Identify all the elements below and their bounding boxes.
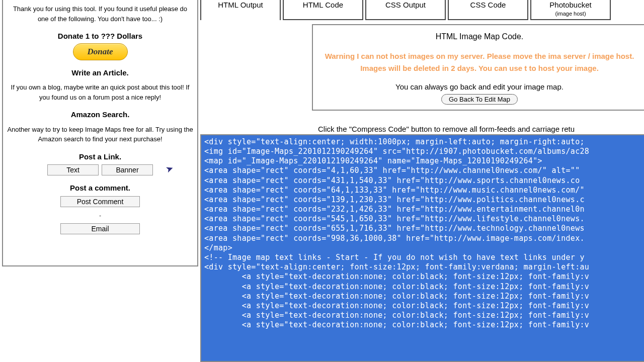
content-box: HTML Image Map Code. Warning I can not h…: [312, 24, 644, 111]
content-title: HTML Image Map Code.: [320, 32, 639, 41]
intro-text: Thank you for using this tool. If you fo…: [7, 4, 193, 24]
amazon-heading: Amazon Search.: [7, 109, 193, 121]
tab-label: Photobucket: [549, 1, 591, 9]
sidebar: Thank you for using this tool. If you fo…: [2, 0, 198, 266]
donate-button[interactable]: Donate: [73, 43, 128, 60]
article-text: If you own a blog, maybe write an quick …: [7, 82, 193, 102]
banner-button[interactable]: Banner: [102, 164, 153, 175]
warning-text: Warning I can not host images on my serv…: [320, 50, 639, 74]
tab-photobucket[interactable]: Photobucket (image host): [530, 0, 611, 20]
donate-heading: Donate 1 to ??? Dollars: [7, 31, 193, 42]
post-comment-button[interactable]: Post Comment: [60, 196, 140, 207]
tab-sublabel: (image host): [536, 10, 605, 17]
divider-dash: -: [7, 211, 193, 220]
main-panel: HTML Output HTML Code CSS Output CSS Cod…: [198, 0, 644, 362]
tab-css-code[interactable]: CSS Code: [448, 0, 528, 20]
go-back-button[interactable]: Go Back To Edit Map: [441, 94, 518, 105]
tab-label: CSS Code: [470, 1, 506, 9]
tab-html-code[interactable]: HTML Code: [283, 0, 363, 20]
tab-label: CSS Output: [385, 1, 426, 9]
tab-html-output[interactable]: HTML Output: [200, 0, 281, 20]
comment-heading: Post a comment.: [7, 183, 193, 194]
tab-css-output[interactable]: CSS Output: [365, 0, 446, 20]
email-button[interactable]: Email: [60, 223, 140, 234]
article-heading: Write an Article.: [7, 67, 193, 79]
info-text: You can always go back and edit your ima…: [320, 82, 639, 91]
tab-label: HTML Code: [303, 1, 343, 9]
text-button[interactable]: Text: [47, 164, 99, 175]
tab-label: HTML Output: [218, 1, 263, 9]
tab-bar: HTML Output HTML Code CSS Output CSS Cod…: [198, 0, 644, 20]
code-output[interactable]: <div style="text-align:center; width:100…: [200, 134, 644, 362]
link-heading: Post a Link.: [7, 151, 193, 163]
compress-instruction: Click the "Compress Code" button to remo…: [318, 125, 644, 133]
amazon-text: Another way to try to keep Image Maps fr…: [7, 125, 193, 144]
